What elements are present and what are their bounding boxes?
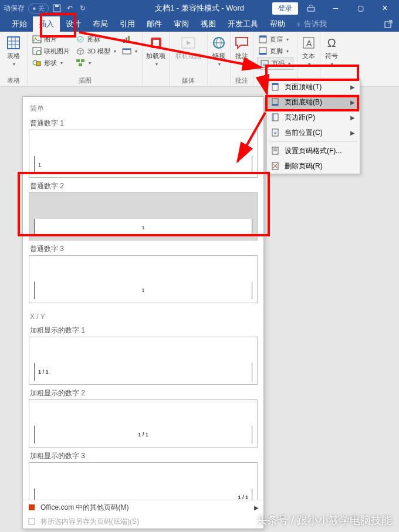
addin-icon <box>148 35 164 50</box>
gallery-save-selection: 将所选内容另存为页码(底端)(S) <box>23 514 263 528</box>
online-pictures-button[interactable]: 联机图片 <box>31 46 71 56</box>
gallery-item-plain2[interactable]: 1 <box>29 192 258 240</box>
svg-rect-53 <box>29 519 35 524</box>
quick-access-toolbar: 动保存 ● 关 ↶ ↻ <box>0 4 87 13</box>
menu-bottom-of-page[interactable]: 页面底端(B)▶ <box>267 94 360 110</box>
omega-icon: Ω <box>324 35 339 50</box>
gallery-item-bold2[interactable]: 1 / 1 <box>29 399 258 448</box>
gallery-item-plain2-label: 普通数字 2 <box>29 178 258 192</box>
gallery-footer: Office.com 中的其他页码(M)▶ 将所选内容另存为页码(底端)(S) <box>23 500 263 528</box>
save-icon[interactable] <box>52 4 62 13</box>
ribbon-options-icon[interactable] <box>299 0 323 16</box>
tab-review[interactable]: 审阅 <box>168 16 195 32</box>
svg-rect-16 <box>76 59 80 62</box>
icons-icon <box>76 35 85 44</box>
autosave-toggle[interactable]: ● 关 <box>28 4 49 13</box>
footer-button[interactable]: 页脚▾ <box>257 46 293 56</box>
bulb-icon: ♀ <box>296 20 302 29</box>
tab-help[interactable]: 帮助 <box>264 16 291 32</box>
shapes-icon <box>32 58 42 67</box>
remove-icon <box>270 161 280 171</box>
comment-icon <box>234 35 249 50</box>
gallery-item-bold3[interactable]: 1 / 1 <box>29 462 258 500</box>
group-addins: 加载项▾ <box>143 32 170 86</box>
links-button[interactable]: 链接▾ <box>209 34 229 68</box>
header-button[interactable]: 页眉▾ <box>257 34 293 45</box>
svg-rect-19 <box>123 39 125 43</box>
tab-view[interactable]: 视图 <box>195 16 222 32</box>
svg-rect-52 <box>29 504 35 510</box>
tab-design[interactable]: 设计 <box>60 16 87 32</box>
menu-remove-page-numbers[interactable]: 删除页码(R) <box>267 158 360 174</box>
icons-button[interactable]: 图标 <box>75 34 117 45</box>
login-button[interactable]: 登录 <box>272 2 298 15</box>
undo-icon[interactable]: ↶ <box>65 4 75 13</box>
textbox-button[interactable]: A 文本▾ <box>299 34 319 68</box>
gallery-item-plain3-label: 普通数字 3 <box>29 240 258 255</box>
pictures-button[interactable]: 图片 <box>31 34 71 45</box>
tables-button[interactable]: 表格▾ <box>4 34 23 68</box>
svg-rect-41 <box>272 104 278 106</box>
gallery-item-plain3[interactable]: 1 <box>29 255 258 303</box>
window-title: 文档1 - 兼容性模式 - Word <box>155 3 244 13</box>
textbox-icon: A <box>301 35 316 50</box>
tell-me[interactable]: ♀告诉我 <box>291 16 332 32</box>
gallery-item-bold3-label: 加粗显示的数字 3 <box>29 448 258 462</box>
shapes-button[interactable]: 形状▾ <box>31 57 71 68</box>
svg-rect-18 <box>79 63 82 66</box>
symbols-button[interactable]: Ω 符号▾ <box>322 34 341 68</box>
redo-icon[interactable]: ↻ <box>78 4 87 13</box>
minimize-button[interactable]: ─ <box>324 0 347 16</box>
smartart-button[interactable]: ▾ <box>75 57 117 68</box>
group-comments: 批注 批注 <box>231 32 253 86</box>
gallery-more-office[interactable]: Office.com 中的其他页码(M)▶ <box>23 500 263 514</box>
online-video-button: 联机视频 <box>173 34 204 62</box>
gallery-item-bold1-label: 加粗显示的数字 1 <box>29 322 258 337</box>
tab-insert[interactable]: 插入 <box>33 16 60 32</box>
comment-button[interactable]: 批注 <box>232 34 252 62</box>
chart-button[interactable] <box>121 34 138 45</box>
tab-dev[interactable]: 开发工具 <box>222 16 264 32</box>
page-number-button[interactable]: #页码▾ <box>257 57 293 70</box>
group-links: 链接▾ <box>208 32 231 86</box>
tab-layout[interactable]: 布局 <box>87 16 114 32</box>
screenshot-button[interactable]: ▾ <box>121 46 138 56</box>
svg-rect-25 <box>153 40 159 46</box>
maximize-button[interactable]: ▢ <box>349 0 372 16</box>
svg-rect-33 <box>259 53 266 55</box>
svg-text:#: # <box>274 131 276 135</box>
titlebar: 动保存 ● 关 ↶ ↻ 文档1 - 兼容性模式 - Word 登录 ─ ▢ × <box>0 0 399 16</box>
group-tables: 表格▾ 表格 <box>0 32 28 86</box>
video-icon <box>181 35 196 50</box>
footer-icon <box>258 46 268 56</box>
gallery-category-simple: 简单 <box>29 100 258 115</box>
tab-references[interactable]: 引用 <box>114 16 141 32</box>
menu-top-of-page[interactable]: 页面顶端(T)▶ <box>267 79 360 94</box>
group-media: 联机视频 媒体 <box>170 32 208 86</box>
group-label-illustrations: 插图 <box>31 75 138 85</box>
tab-home[interactable]: 开始 <box>6 16 33 32</box>
ribbon-tabs: 开始 插入 设计 布局 引用 邮件 审阅 视图 开发工具 帮助 ♀告诉我 <box>0 16 399 32</box>
page-number-menu: 页面顶端(T)▶ 页面底端(B)▶ 页边距(P)▶ # 当前位置(C)▶ 设置页… <box>266 79 360 174</box>
addins-button[interactable]: 加载项▾ <box>144 34 168 68</box>
svg-rect-14 <box>36 62 40 66</box>
current-pos-icon: # <box>270 128 280 137</box>
menu-format-page-numbers[interactable]: 设置页码格式(F)... <box>267 143 360 158</box>
link-icon <box>211 35 226 50</box>
gallery-item-bold1[interactable]: 1 / 1 <box>29 337 258 385</box>
picture-icon <box>32 35 42 44</box>
gallery-item-plain1[interactable]: 1 <box>29 130 258 178</box>
group-label-tables: 表格 <box>4 75 23 85</box>
svg-text:#: # <box>263 62 266 67</box>
menu-current-position[interactable]: # 当前位置(C)▶ <box>267 125 360 140</box>
smartart-icon <box>76 58 85 67</box>
tab-mail[interactable]: 邮件 <box>141 16 168 32</box>
svg-rect-39 <box>272 83 278 85</box>
table-icon <box>6 35 21 50</box>
3d-models-button[interactable]: 3D 模型▾ <box>75 46 117 56</box>
gallery-item-bold2-label: 加粗显示的数字 2 <box>29 385 258 399</box>
share-button[interactable] <box>378 16 399 32</box>
menu-page-margins[interactable]: 页边距(P)▶ <box>267 110 360 125</box>
close-icon[interactable]: × <box>373 0 397 16</box>
svg-point-15 <box>77 36 83 42</box>
